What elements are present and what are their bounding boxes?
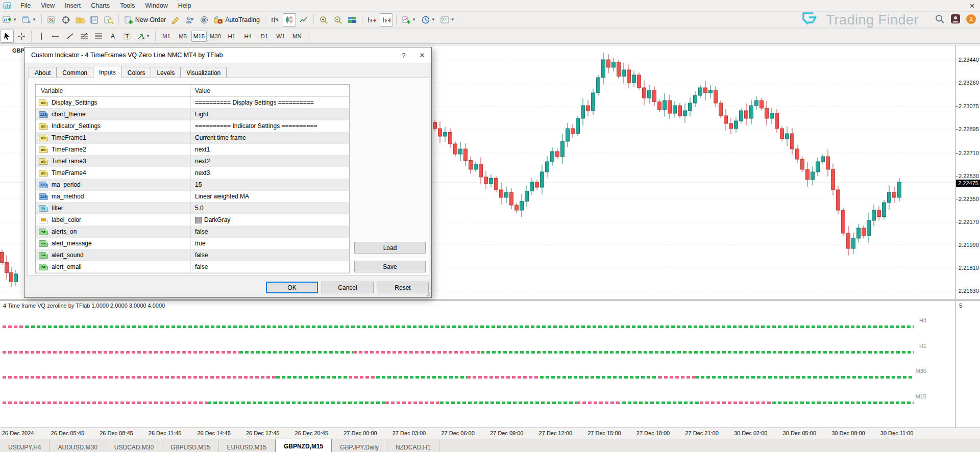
profile-icon[interactable]	[950, 14, 961, 24]
dialog-close-button[interactable]: ✕	[413, 47, 431, 63]
indicators-button[interactable]: ▼	[400, 13, 418, 27]
inputs-row-timeframe2[interactable]: abTimeFrame2next1	[36, 144, 349, 156]
terminal-button[interactable]	[88, 13, 101, 27]
inputs-row-ma_method[interactable]: 123ma_methodLinear weighted MA	[36, 191, 349, 203]
inputs-row-display_settings[interactable]: abDisplay_Settings========== Display Set…	[36, 97, 349, 109]
reset-button[interactable]: Reset	[377, 282, 429, 293]
ok-button[interactable]: OK	[266, 282, 318, 293]
timeframe-button-m30[interactable]: M30	[208, 31, 223, 42]
timeframe-button-d1[interactable]: D1	[257, 31, 272, 42]
value-cell[interactable]: next1	[190, 144, 349, 155]
tile-windows-button[interactable]	[346, 13, 359, 27]
dialog-tab-colors[interactable]: Colors	[121, 67, 152, 78]
chart-tab-audusd-m30[interactable]: AUDUSD,M30	[50, 441, 106, 452]
menu-item-help[interactable]: Help	[173, 1, 197, 10]
chart-tab-gbpjpy-daily[interactable]: GBPJPY,Daily	[332, 441, 387, 452]
value-cell[interactable]: false	[190, 261, 349, 272]
vertical-line-tool-button[interactable]	[35, 30, 48, 43]
market-watch-button[interactable]	[45, 13, 58, 27]
value-cell[interactable]: false	[190, 249, 349, 261]
channel-tool-button[interactable]	[92, 30, 105, 43]
value-cell[interactable]: 5.0	[190, 203, 349, 214]
inputs-row-ma_period[interactable]: 123ma_period15	[36, 179, 349, 191]
profiles-button[interactable]: ▼	[20, 13, 38, 27]
metaeditor-button[interactable]	[169, 13, 182, 27]
menu-item-view[interactable]: View	[36, 1, 60, 10]
value-cell[interactable]: next3	[190, 167, 349, 179]
price-axis[interactable]: 2.234402.232602.230752.228952.227102.225…	[955, 45, 980, 299]
value-cell[interactable]: Current time frame	[190, 132, 349, 143]
value-cell[interactable]: ========== Display Settings ==========	[190, 97, 349, 108]
indicator-subwindow[interactable]: 4 Time frame VQ zeroline by TFlab 1.0000…	[0, 301, 980, 428]
value-cell[interactable]: Light	[190, 109, 349, 120]
menu-item-insert[interactable]: Insert	[60, 1, 86, 10]
menu-item-charts[interactable]: Charts	[86, 1, 115, 10]
crosshair-tool-button[interactable]	[15, 30, 28, 43]
periods-button[interactable]: ▼	[419, 13, 437, 27]
timeframe-button-mn[interactable]: MN	[289, 31, 305, 42]
chart-tab-usdcad-m30[interactable]: USDCAD,M30	[106, 441, 162, 452]
inputs-row-filter[interactable]: ½filter5.0	[36, 203, 349, 214]
cursor-tool-button[interactable]	[1, 30, 14, 43]
value-cell[interactable]: Linear weighted MA	[190, 191, 349, 202]
data-window-button[interactable]	[59, 13, 72, 27]
new-order-button[interactable]: New Order	[122, 13, 168, 27]
expert-advisors-button[interactable]	[183, 13, 197, 27]
timeframe-button-m15[interactable]: M15	[191, 31, 207, 42]
navigator-button[interactable]	[74, 13, 87, 27]
value-cell[interactable]: 15	[190, 179, 349, 190]
dialog-tab-levels[interactable]: Levels	[151, 67, 181, 78]
chart-tab-gbpnzd-m15[interactable]: GBPNZD,M15	[275, 439, 332, 452]
text-label-tool-button[interactable]: T	[120, 30, 134, 43]
value-cell[interactable]: true	[190, 238, 349, 249]
notification-badge[interactable]: 1	[966, 14, 976, 24]
search-icon[interactable]	[935, 14, 945, 24]
horizontal-line-tool-button[interactable]	[49, 30, 62, 43]
bar-chart-button[interactable]	[268, 13, 282, 27]
timeframe-button-h1[interactable]: H1	[224, 31, 239, 42]
chart-tab-nzdcad-h1[interactable]: NZDCAD,H1	[387, 441, 439, 452]
inputs-row-alert_sound[interactable]: ↝alert_soundfalse	[36, 249, 349, 261]
dialog-tab-inputs[interactable]: Inputs	[93, 66, 122, 78]
dialog-resize-grip[interactable]	[425, 291, 430, 296]
inputs-row-timeframe3[interactable]: abTimeFrame3next2	[36, 156, 349, 167]
value-cell[interactable]: false	[190, 226, 349, 237]
menu-item-tools[interactable]: Tools	[115, 1, 140, 10]
candlestick-chart-button[interactable]	[283, 13, 296, 27]
window-close-icon[interactable]: ✕	[964, 2, 980, 10]
inputs-row-alert_message[interactable]: ↝alert_messagetrue	[36, 238, 349, 249]
chart-shift-button[interactable]	[380, 13, 393, 27]
zoom-out-button[interactable]	[331, 13, 345, 27]
autotrading-button[interactable]: AutoTrading	[212, 13, 262, 27]
chart-tab-eurusd-m15[interactable]: EURUSD,M15	[219, 441, 275, 452]
inputs-row-timeframe4[interactable]: abTimeFrame4next3	[36, 167, 349, 179]
value-cell[interactable]: DarkGray	[190, 214, 349, 225]
chart-tab-usdjpy-h4[interactable]: USDJPY,H4	[0, 441, 50, 452]
arrows-tool-button[interactable]: ▼	[135, 30, 152, 43]
inputs-row-alerts_on[interactable]: ↝alerts_onfalse	[36, 226, 349, 238]
templates-button[interactable]: ▼	[438, 13, 457, 27]
indicator-axis[interactable]: 5	[955, 301, 980, 428]
line-chart-button[interactable]	[297, 13, 310, 27]
load-button[interactable]: Load	[354, 242, 426, 254]
trendline-tool-button[interactable]	[63, 30, 77, 43]
dialog-tab-about[interactable]: About	[29, 67, 57, 78]
new-chart-button[interactable]: ▼	[1, 13, 19, 27]
value-cell[interactable]: next2	[190, 156, 349, 167]
timeframe-button-h4[interactable]: H4	[240, 31, 256, 42]
dialog-titlebar[interactable]: Custom Indicator - 4 TimeFrames VQ Zero …	[24, 47, 431, 63]
inputs-row-alert_email[interactable]: ↝alert_emailfalse	[36, 261, 349, 273]
cancel-button[interactable]: Cancel	[322, 282, 374, 293]
dialog-tab-common[interactable]: Common	[56, 67, 93, 78]
timeframe-button-w1[interactable]: W1	[273, 31, 288, 42]
inputs-row-indicator_settings[interactable]: abIndicator_Settings========== Indicator…	[36, 120, 349, 132]
chart-tab-gbpusd-m15[interactable]: GBPUSD,M15	[162, 441, 218, 452]
timeframe-button-m5[interactable]: M5	[175, 31, 190, 42]
time-axis[interactable]: 26 Dec 202426 Dec 05:4526 Dec 08:4526 De…	[0, 428, 980, 439]
auto-scroll-button[interactable]	[365, 13, 379, 27]
dialog-help-button[interactable]: ?	[395, 47, 413, 63]
strategy-tester-button[interactable]	[102, 13, 115, 27]
fibonacci-tool-button[interactable]	[78, 30, 91, 43]
save-button[interactable]: Save	[354, 261, 426, 272]
menu-item-window[interactable]: Window	[140, 1, 173, 10]
